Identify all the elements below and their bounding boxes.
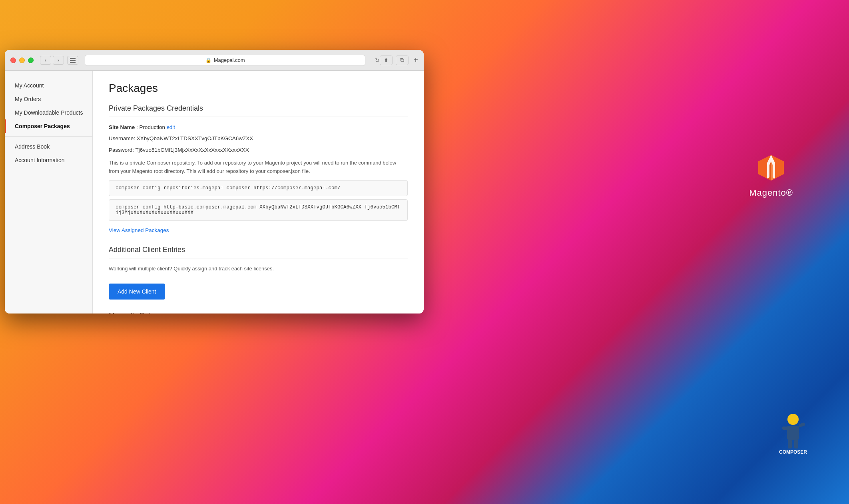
refresh-button[interactable]: ↻: [375, 57, 380, 63]
browser-window: ‹ › 🔒 Magepal.com ↻ ⬆ ⧉ + My Account My …: [5, 50, 424, 314]
command2-block: composer config http-basic.composer.mage…: [109, 199, 408, 221]
sidebar-divider: [5, 136, 92, 137]
svg-rect-10: [798, 423, 805, 428]
sidebar: My Account My Orders My Downloadable Pro…: [5, 71, 93, 314]
fullscreen-button[interactable]: [28, 58, 34, 63]
svg-rect-12: [794, 440, 798, 448]
additional-clients-description: Working will multiple client? Quickly as…: [109, 265, 408, 273]
username-row: Username: XXbyQbaNWT2xLTDSXXTvgOJTbKGCA6…: [109, 135, 408, 143]
username-value: XXbyQbaNWT2xLTDSXXTvgOJTbKGCA6wZXX: [137, 135, 253, 141]
svg-point-7: [787, 414, 799, 425]
svg-rect-9: [782, 427, 788, 430]
forward-button[interactable]: ›: [53, 56, 64, 65]
magento-area: Magento®: [749, 152, 793, 198]
sidebar-item-address-book[interactable]: Address Book: [5, 140, 92, 153]
command2-text: composer config http-basic.composer.mage…: [116, 204, 401, 216]
composer-area: COMPOSER: [769, 411, 817, 456]
new-tab-button[interactable]: +: [413, 56, 418, 65]
sidebar-item-my-downloadable-products[interactable]: My Downloadable Products: [5, 106, 92, 119]
username-label: Username:: [109, 135, 137, 141]
url-display: Magepal.com: [214, 57, 245, 63]
svg-rect-8: [787, 426, 799, 440]
tab-overview-button[interactable]: ⧉: [396, 56, 409, 65]
sidebar-item-composer-packages[interactable]: Composer Packages: [5, 119, 92, 133]
manually-setup-title: Manually Setup: [109, 312, 408, 314]
site-name-row: Site Name : Production edit: [109, 123, 408, 131]
site-name-value: Production: [140, 124, 165, 130]
manually-setup-section: Manually Setup Having issue automaticall…: [109, 312, 408, 314]
site-name-label: Site Name: [109, 124, 135, 130]
svg-text:COMPOSER: COMPOSER: [779, 449, 807, 454]
add-new-client-button[interactable]: Add New Client: [109, 284, 165, 300]
lock-icon: 🔒: [205, 58, 211, 63]
magento-brand-text: Magento®: [749, 188, 793, 198]
main-content: Packages Private Packages Credentials Si…: [93, 71, 424, 314]
private-packages-description: This is a private Composer repository. T…: [109, 159, 408, 176]
window-content: My Account My Orders My Downloadable Pro…: [5, 71, 424, 314]
sidebar-item-my-account[interactable]: My Account: [5, 79, 92, 92]
nav-buttons: ‹ ›: [40, 56, 64, 65]
additional-clients-section: Additional Client Entries Working will m…: [109, 246, 408, 300]
composer-icon: COMPOSER: [771, 411, 815, 454]
command1-text: composer config repositories.magepal com…: [116, 185, 341, 191]
title-bar: ‹ › 🔒 Magepal.com ↻ ⬆ ⧉ +: [5, 50, 424, 71]
address-bar[interactable]: 🔒 Magepal.com: [85, 55, 365, 66]
back-button[interactable]: ‹: [40, 56, 51, 65]
additional-clients-title: Additional Client Entries: [109, 246, 408, 258]
site-name-separator: :: [136, 124, 140, 130]
password-row: Password: Tj6vuo51bCMf1j3MjxXxXxXxXxXxxx…: [109, 146, 408, 154]
svg-rect-1: [70, 60, 76, 61]
share-button[interactable]: ⬆: [380, 56, 393, 65]
svg-rect-0: [70, 58, 76, 59]
sidebar-item-my-orders[interactable]: My Orders: [5, 92, 92, 106]
magento-icon: [755, 152, 787, 184]
password-label: Password:: [109, 147, 136, 153]
edit-site-name-link[interactable]: edit: [167, 124, 175, 130]
minimize-button[interactable]: [19, 58, 25, 63]
private-packages-title: Private Packages Credentials: [109, 104, 408, 117]
svg-rect-2: [70, 62, 76, 63]
password-value: Tj6vuo51bCMf1j3MjxXxXxXxXxXxxxXXxxxXXX: [136, 147, 249, 153]
command1-block: composer config repositories.magepal com…: [109, 180, 408, 196]
sidebar-item-account-information[interactable]: Account Information: [5, 153, 92, 167]
view-assigned-packages-link[interactable]: View Assigned Packages: [109, 227, 169, 233]
svg-rect-11: [788, 440, 792, 448]
sidebar-toggle-button[interactable]: [67, 56, 78, 65]
private-packages-section: Private Packages Credentials Site Name :…: [109, 104, 408, 234]
close-button[interactable]: [10, 58, 16, 63]
traffic-lights: [10, 58, 34, 63]
page-title: Packages: [109, 82, 408, 95]
toolbar-actions: ⬆ ⧉ +: [380, 56, 418, 65]
